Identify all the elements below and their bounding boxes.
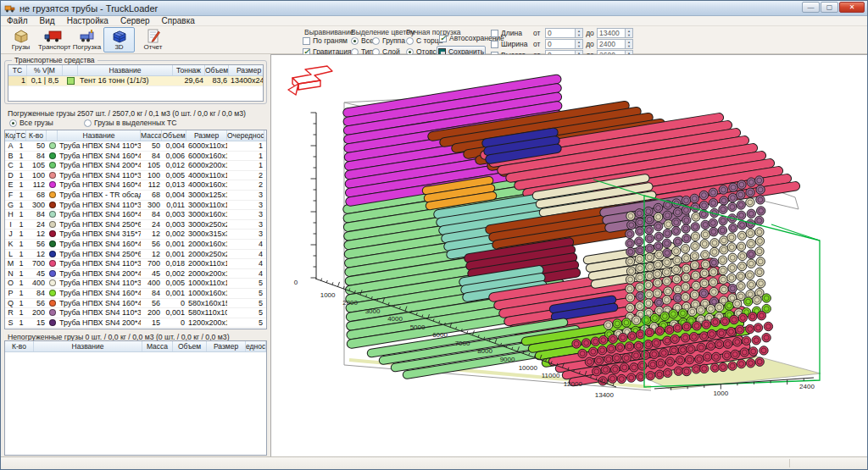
cargo-row[interactable]: K156Труба НПВХ SN4 160*4,0*20560,0012000… [5,240,266,250]
cargo-row[interactable]: I124Труба НПВХ SN4 250*6,2*30240,0033000… [5,220,266,230]
cargo-color-dot [49,270,56,277]
column-header[interactable]: Размер [207,341,246,351]
cargo-row[interactable]: R1200Труба НПВХ SN4 110*3,2*562000,00158… [5,308,266,318]
cargo-row[interactable]: S115Труба НПВХ SN4 200*4,9*121501200x200… [5,318,266,329]
cargo-row[interactable]: A150Труба НПВХ SN4 110*3,2*60500,0046000… [5,141,266,152]
column-header[interactable]: Размер [186,130,227,141]
menu-item-1[interactable]: Вид [34,16,61,25]
column-header[interactable]: Размер [229,65,264,75]
cargo-row[interactable]: G1300Труба НПВХ SN4 110*3,2*303000,01130… [5,201,266,211]
checkbox-po-granyam[interactable]: По граням [303,36,348,45]
spinner[interactable]: ▲▼ [576,28,583,38]
column-header[interactable]: ТС [16,130,26,141]
cargo-row[interactable]: L112Труба НПВХ SN4 250*6,2*20120,0012000… [5,250,266,260]
column-header[interactable]: едность [246,341,266,351]
cargo-color-dot [49,172,56,179]
toolbar-button-3d[interactable]: 3D [103,27,135,53]
spinner[interactable]: ▲▼ [626,28,633,38]
svg-text:1000: 1000 [320,291,336,299]
column-header[interactable]: К-во [5,341,34,351]
statusbar [1,456,867,469]
cargo-color-dot [49,319,56,326]
column-header[interactable]: Название [58,130,141,141]
menu-item-0[interactable]: Файл [1,16,34,25]
cargo-color-dot [49,230,56,237]
cargo-row[interactable]: M1700Труба НПВХ SN4 110*3,2*207000,01820… [5,259,266,269]
spinner[interactable]: ▲▼ [576,39,583,49]
cargo-row[interactable]: C1105Труба НПВХ SN4 200*4,9*601050,01260… [5,161,266,171]
dim-checkbox[interactable] [491,41,501,48]
vehicle-row[interactable]: 1 0,1 | 8,5 Тент 16 тонн (1/1/3) 29,64 8… [8,76,263,86]
cargo-row[interactable]: B184Труба НПВХ SN4 160*4,0*60840,0066000… [5,152,266,162]
radio-all-cargo[interactable]: Все грузы [9,119,53,127]
column-header[interactable]: ТС [8,65,27,75]
radio-vse[interactable]: Все [351,36,374,45]
pipes [348,80,795,383]
dim-from-input[interactable] [545,28,576,38]
group-title-alignment: Выравнивание [304,28,354,36]
cargo-color-dot [49,290,56,296]
dim-checkbox[interactable] [491,30,501,37]
cargo-row[interactable]: Q156Труба НПВХ SN4 160*4,0*58560580x160x… [5,299,266,309]
cargo-row[interactable]: E1112Труба НПВХ SN4 160*4,0*401120,01340… [5,180,266,191]
svg-text:2400: 2400 [799,383,815,390]
cargo-color-dot [49,142,56,149]
column-header[interactable]: Масса [142,341,173,351]
minimize-button[interactable]: — [802,2,820,13]
menubar: ФайлВидНастройкаСерверСправка [1,16,867,26]
cargo-row[interactable]: D1100Труба НПВХ SN4 110*3,2*401000,00540… [5,171,266,181]
radio-s-torca[interactable]: С торца [406,36,442,45]
titlebar[interactable]: не грузятся трубы - TruckLoader — ▢ ✕ [1,1,867,16]
3d-viewport[interactable]: 1000200030004000500060007000800090001000… [270,54,868,458]
menu-item-3[interactable]: Сервер [114,16,156,25]
column-header[interactable]: Масса [141,130,162,141]
column-header[interactable] [63,65,78,75]
application-window: не грузятся трубы - TruckLoader — ▢ ✕ Фа… [0,0,868,470]
checkbox-icon [303,37,310,45]
dim-to-input[interactable] [597,39,626,49]
menu-item-4[interactable]: Справка [156,16,201,25]
column-header[interactable]: Объем [205,65,229,75]
column-header[interactable] [47,130,58,141]
cargo-color-dot [49,300,56,307]
column-header[interactable]: Объем [162,130,186,141]
column-header[interactable]: Название [34,341,142,351]
toolbar-button-грузы[interactable]: Грузы [5,27,36,53]
svg-text:7000: 7000 [455,340,470,347]
column-header[interactable]: Название [78,65,173,75]
cargo-row[interactable]: J112Труба НПВХ SN4 315*7,7*30120,0023000… [5,229,266,240]
radio-cargo-in-selected[interactable]: Грузы в выделенных ТС [84,119,177,127]
svg-text:11000: 11000 [542,372,560,379]
vehicle-color-swatch [67,77,75,85]
spinner[interactable]: ▲▼ [626,39,633,49]
column-header[interactable]: Объем [173,341,207,351]
toolbar-button-транспорт[interactable]: Транспорт [37,27,69,53]
column-header[interactable]: Очередность [227,130,264,141]
cargo-color-dot [49,251,56,257]
svg-text:12000: 12000 [564,380,583,388]
toolbar-button-отчет[interactable]: Отчет [137,27,169,53]
svg-text:4000: 4000 [387,315,403,323]
maximize-button[interactable]: ▢ [821,2,838,13]
column-header[interactable]: Тоннаж [173,65,205,75]
checkbox-icon [439,35,447,42]
column-header[interactable]: Код [5,130,16,141]
cargo-row[interactable]: H184Труба НПВХ SN4 160*4,0*30840,0033000… [5,210,266,220]
cargo-row[interactable]: P184Труба НПВХ SN4 160*4,0*10840,0011000… [5,289,266,299]
radio-gruppa[interactable]: Группа [372,36,405,45]
toolbar-button-погрузка[interactable]: Погрузка [71,27,103,53]
menu-item-2[interactable]: Настройка [61,16,114,25]
cargo-row[interactable]: N145Труба НПВХ SN4 200*4,9*20450,0022000… [5,269,266,279]
dim-to-input[interactable] [597,28,626,38]
column-header[interactable]: % V|M [27,65,63,75]
column-header[interactable]: К-во [26,130,47,141]
toolbar: ГрузыТранспортПогрузка3DОтчет Выравниван… [1,26,867,54]
svg-text:0: 0 [294,279,298,286]
dim-from-input[interactable] [545,39,576,49]
close-button[interactable]: ✕ [839,2,865,13]
cargo-color-dot [49,202,56,208]
cargo-color-dot [49,162,56,169]
radio-icon [9,119,17,127]
cargo-row[interactable]: O1400Труба НПВХ SN4 110*3,2*104000,00510… [5,279,266,289]
cargo-row[interactable]: F168Труба НПВХ - TR обсадная 12680,00430… [5,191,266,201]
